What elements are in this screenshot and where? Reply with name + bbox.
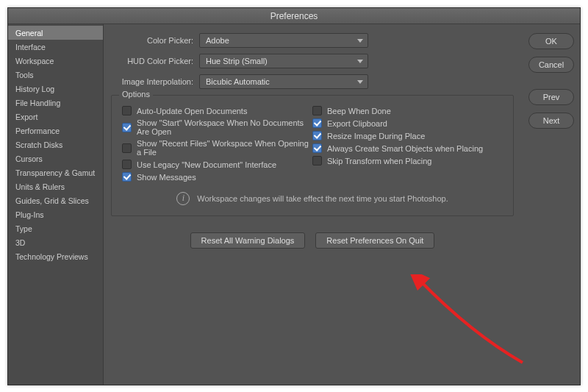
checkbox-auto-update-open-documents[interactable]: Auto-Update Open Documents <box>122 106 312 115</box>
sidebar-item-units-rulers[interactable]: Units & Rulers <box>8 179 103 193</box>
checkbox-box[interactable] <box>312 156 322 165</box>
sidebar-item-technology-previews[interactable]: Technology Previews <box>8 249 103 263</box>
sidebar-item-type[interactable]: Type <box>8 221 103 235</box>
checkbox-label: Beep When Done <box>327 107 391 115</box>
checkbox-label: Show "Start" Workspace When No Documents… <box>137 118 312 136</box>
checkbox-label: Resize Image During Place <box>327 132 425 140</box>
color-picker-select[interactable]: Adobe <box>199 33 368 48</box>
sidebar-item-scratch-disks[interactable]: Scratch Disks <box>8 138 103 152</box>
checkbox-export-clipboard[interactable]: Export Clipboard <box>312 118 503 128</box>
sidebar-item-history-log[interactable]: History Log <box>8 82 103 96</box>
checkbox-box[interactable] <box>312 118 322 128</box>
sidebar-item-3d[interactable]: 3D <box>8 235 103 249</box>
checkbox-box[interactable] <box>122 172 132 182</box>
image-interpolation-select[interactable]: Bicubic Automatic <box>199 74 368 89</box>
sidebar-item-tools[interactable]: Tools <box>8 68 103 82</box>
reset-all-warning-dialogs-button[interactable]: Reset All Warning Dialogs <box>190 232 306 249</box>
checkbox-resize-image-during-place[interactable]: Resize Image During Place <box>312 131 503 140</box>
ok-button[interactable]: OK <box>528 33 574 49</box>
image-interpolation-value: Bicubic Automatic <box>206 77 270 86</box>
sidebar-item-transparency-gamut[interactable]: Transparency & Gamut <box>8 165 103 179</box>
color-picker-value: Adobe <box>206 36 229 45</box>
checkbox-beep-when-done[interactable]: Beep When Done <box>312 106 503 115</box>
hud-color-picker-value: Hue Strip (Small) <box>206 57 268 65</box>
cancel-button[interactable]: Cancel <box>528 57 574 73</box>
checkbox-label: Export Clipboard <box>327 119 387 128</box>
checkbox-label: Skip Transform when Placing <box>327 157 431 165</box>
sidebar-item-interface[interactable]: Interface <box>8 40 103 54</box>
info-icon: i <box>176 192 190 205</box>
checkbox-skip-transform-when-placing[interactable]: Skip Transform when Placing <box>312 156 503 165</box>
hud-color-picker-select[interactable]: Hue Strip (Small) <box>199 54 368 68</box>
checkbox-box[interactable] <box>312 106 322 115</box>
sidebar-item-file-handling[interactable]: File Handling <box>8 96 103 110</box>
sidebar-item-workspace[interactable]: Workspace <box>8 54 103 68</box>
checkbox-box[interactable] <box>122 160 132 169</box>
checkbox-label: Show Messages <box>137 173 196 182</box>
checkbox-label: Auto-Update Open Documents <box>137 107 247 115</box>
options-legend: Options <box>119 90 153 99</box>
sidebar-item-plug-ins[interactable]: Plug-Ins <box>8 207 103 221</box>
window-title: Preferences <box>8 8 580 24</box>
preferences-panel: Color Picker: Adobe HUD Color Picker: Hu… <box>104 24 521 385</box>
checkbox-box[interactable] <box>312 131 322 140</box>
checkbox-label: Show "Recent Files" Workspace When Openi… <box>137 139 312 157</box>
prev-button[interactable]: Prev <box>528 89 574 105</box>
workspace-info-text: Workspace changes will take effect the n… <box>197 194 448 203</box>
checkbox-box[interactable] <box>122 143 132 153</box>
sidebar-item-cursors[interactable]: Cursors <box>8 152 103 165</box>
checkbox-label: Use Legacy "New Document" Interface <box>137 160 276 169</box>
checkbox-show-start-workspace-when-no-documents-are-open[interactable]: Show "Start" Workspace When No Documents… <box>122 118 312 136</box>
preferences-window: Preferences GeneralInterfaceWorkspaceToo… <box>7 7 581 385</box>
sidebar-item-guides-grid-slices[interactable]: Guides, Grid & Slices <box>8 193 103 207</box>
color-picker-label: Color Picker: <box>111 36 199 45</box>
sidebar-item-performance[interactable]: Performance <box>8 124 103 138</box>
checkbox-use-legacy-new-document-interface[interactable]: Use Legacy "New Document" Interface <box>122 160 312 169</box>
checkbox-always-create-smart-objects-when-placing[interactable]: Always Create Smart Objects when Placing <box>312 143 503 153</box>
checkbox-label: Always Create Smart Objects when Placing <box>327 144 483 153</box>
hud-color-picker-label: HUD Color Picker: <box>111 57 199 65</box>
next-button[interactable]: Next <box>528 113 574 129</box>
checkbox-box[interactable] <box>312 143 322 153</box>
checkbox-show-messages[interactable]: Show Messages <box>122 172 312 182</box>
image-interpolation-label: Image Interpolation: <box>111 77 199 86</box>
dialog-buttons: OK Cancel Prev Next <box>521 24 580 385</box>
options-group: Options Auto-Update Open DocumentsShow "… <box>111 95 514 216</box>
checkbox-box[interactable] <box>122 123 132 132</box>
sidebar-item-general[interactable]: General <box>8 26 103 40</box>
checkbox-box[interactable] <box>122 106 132 115</box>
sidebar-item-export[interactable]: Export <box>8 110 103 124</box>
checkbox-show-recent-files-workspace-when-opening-a-file[interactable]: Show "Recent Files" Workspace When Openi… <box>122 139 312 157</box>
reset-preferences-on-quit-button[interactable]: Reset Preferences On Quit <box>315 232 434 249</box>
category-sidebar: GeneralInterfaceWorkspaceToolsHistory Lo… <box>8 24 104 385</box>
